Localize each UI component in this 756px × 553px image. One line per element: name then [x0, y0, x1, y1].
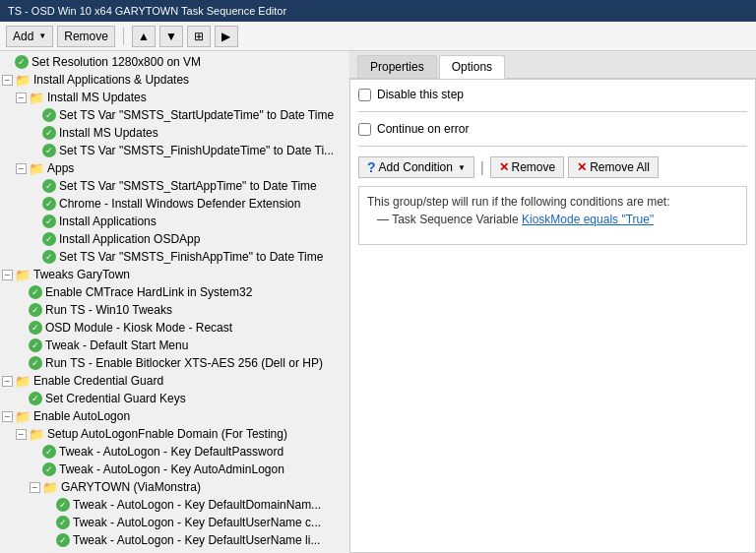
green-check-icon: ✓ — [42, 215, 56, 228]
tree-item[interactable]: ✓Set TS Var "SMSTS_FinishAppTime" to Dat… — [0, 248, 349, 266]
green-check-icon: ✓ — [42, 108, 56, 122]
tree-scroll-area[interactable]: ✓Set Resolution 1280x800 on VM−📁Install … — [0, 51, 349, 553]
tree-item[interactable]: ✓OSD Module - Kiosk Mode - Recast — [0, 319, 349, 337]
tree-item[interactable]: ✓Enable CMTrace HardLink in System32 — [0, 283, 349, 301]
toolbar: Add ▼ Remove ▲ ▼ ⊞ ▶ — [0, 22, 756, 51]
continue-error-label: Continue on error — [377, 122, 469, 136]
green-check-icon: ✓ — [42, 144, 56, 157]
continue-error-checkbox[interactable] — [358, 123, 371, 136]
expand-collapse-icon[interactable]: − — [2, 75, 13, 86]
tree-item-label: Tweak - AutoLogon - Key AutoAdminLogon — [59, 462, 284, 476]
green-check-icon: ✓ — [42, 250, 56, 264]
tree-item[interactable]: ✓Tweak - AutoLogon - Key AutoAdminLogon — [0, 461, 349, 478]
run-button[interactable]: ▶ — [215, 26, 238, 47]
tree-item[interactable]: −📁Setup AutoLogonFnable Domain (For Test… — [0, 425, 349, 443]
tree-item-label: Enable Credential Guard — [33, 374, 163, 388]
tree-item-label: Install Application OSDApp — [59, 232, 200, 246]
green-check-icon: ✓ — [56, 498, 70, 512]
continue-error-row: Continue on error — [358, 122, 747, 136]
green-check-icon: ✓ — [56, 533, 70, 547]
move-down-button[interactable]: ▼ — [159, 26, 183, 47]
tree-item[interactable]: ✓Set TS Var "SMSTS_StartUpdateTime" to D… — [0, 106, 349, 124]
tree-item-label: Set TS Var "SMSTS_StartAppTime" to Date … — [59, 179, 317, 193]
tree-item-label: Tweak - AutoLogon - Key DefaultPassword — [59, 445, 284, 459]
expand-collapse-icon[interactable]: − — [2, 376, 13, 387]
expand-collapse-icon[interactable]: − — [16, 429, 27, 440]
folder-icon: 📁 — [29, 91, 44, 105]
green-check-icon: ✓ — [42, 179, 56, 193]
remove-x-icon: ✕ — [499, 160, 509, 174]
folder-icon: 📁 — [15, 409, 31, 424]
condition-dash: — — [377, 213, 392, 226]
tree-item[interactable]: ✓Install Applications — [0, 213, 349, 230]
tree-item[interactable]: ✓Chrome - Install Windows Defender Exten… — [0, 195, 349, 213]
tree-item[interactable]: ✓Set Credential Guard Keys — [0, 390, 349, 407]
title-text: TS - OSD Win 10 x64 GARYTOWN Task Sequen… — [8, 5, 286, 17]
tree-item[interactable]: ✓Set TS Var "SMSTS_FinishUpdateTime" to … — [0, 142, 349, 159]
tree-item[interactable]: ✓Run TS - Enable Bitlocker XTS-AES 256 (… — [0, 354, 349, 372]
expand-collapse-icon[interactable]: − — [16, 92, 27, 103]
tree-item-label: Install MS Updates — [59, 126, 158, 140]
remove-condition-button[interactable]: ✕ Remove — [490, 156, 565, 178]
add-condition-dropdown-icon: ▼ — [458, 163, 466, 172]
disable-step-row: Disable this step — [358, 88, 747, 101]
remove-button[interactable]: Remove — [57, 26, 115, 47]
green-check-icon: ✓ — [42, 232, 56, 246]
add-label: Add — [13, 30, 33, 43]
divider-1 — [358, 111, 747, 112]
tree-item-label: Enable CMTrace HardLink in System32 — [45, 285, 252, 299]
tree-item[interactable]: ✓Run TS - Win10 Tweaks — [0, 301, 349, 319]
disable-step-label: Disable this step — [377, 88, 464, 101]
condition-link[interactable]: KioskMode equals "True" — [522, 213, 654, 226]
green-check-icon: ✓ — [42, 445, 56, 459]
tree-item-label: Install MS Updates — [47, 91, 147, 104]
tree-item-label: Set TS Var "SMSTS_StartUpdateTime" to Da… — [59, 108, 334, 122]
tree-item-label: Tweak - AutoLogon - Key DefaultDomainNam… — [73, 498, 321, 512]
tree-item[interactable]: ✓Tweak - AutoLogon - Key DefaultUserName… — [0, 514, 349, 531]
divider-2 — [358, 146, 747, 147]
expand-collapse-icon[interactable]: − — [2, 270, 13, 280]
move-up-button[interactable]: ▲ — [132, 26, 156, 47]
tree-item-label: Set TS Var "SMSTS_FinishAppTime" to Date… — [59, 250, 323, 264]
tree-item-label: Install Applications — [59, 215, 157, 228]
disable-step-checkbox[interactable] — [358, 89, 371, 101]
add-condition-button[interactable]: ? Add Condition ▼ — [358, 156, 474, 178]
tree-item-label: Tweak - Default Start Menu — [45, 338, 188, 352]
options-tab-content: Disable this step Continue on error ? Ad… — [349, 79, 756, 553]
tree-item[interactable]: ✓Tweak - Default Start Menu — [0, 337, 349, 354]
tree-item-label: Run TS - Enable Bitlocker XTS-AES 256 (D… — [45, 356, 323, 370]
tree-item[interactable]: −📁RecastVille Domain — [0, 549, 349, 553]
properties-button[interactable]: ⊞ — [187, 26, 211, 47]
remove-all-button[interactable]: ✕ Remove All — [568, 156, 659, 178]
tree-item[interactable]: ✓Set TS Var "SMSTS_StartAppTime" to Date… — [0, 177, 349, 195]
expand-collapse-icon[interactable]: − — [16, 163, 27, 174]
tree-item[interactable]: −📁GARYTOWN (ViaMonstra) — [0, 478, 349, 496]
expand-collapse-icon[interactable]: − — [30, 482, 40, 493]
folder-icon: 📁 — [15, 268, 31, 282]
expand-collapse-icon[interactable]: − — [2, 411, 13, 422]
tree-item[interactable]: −📁Install Applications & Updates — [0, 71, 349, 89]
add-button[interactable]: Add ▼ — [6, 26, 53, 47]
tree-item[interactable]: −📁Tweaks GaryTown — [0, 266, 349, 283]
tree-item-label: Chrome - Install Windows Defender Extens… — [59, 197, 300, 211]
tree-item[interactable]: ✓Tweak - AutoLogon - Key DefaultDomainNa… — [0, 496, 349, 514]
tree-item-label: Setup AutoLogonFnable Domain (For Testin… — [47, 427, 287, 441]
tree-item-label: Set Resolution 1280x800 on VM — [32, 55, 201, 69]
tree-item[interactable]: −📁Install MS Updates — [0, 89, 349, 106]
tree-item[interactable]: −📁Enable AutoLogon — [0, 407, 349, 425]
tree-item[interactable]: ✓Tweak - AutoLogon - Key DefaultUserName… — [0, 531, 349, 549]
condition-toolbar: ? Add Condition ▼ | ✕ Remove ✕ Remove Al… — [358, 156, 747, 178]
tree-item[interactable]: −📁Apps — [0, 159, 349, 177]
tree-item[interactable]: ✓Install Application OSDApp — [0, 230, 349, 248]
condition-description: This group/step will run if the followin… — [367, 195, 738, 209]
tree-item-label: Tweak - AutoLogon - Key DefaultUserName … — [73, 516, 321, 529]
tree-item[interactable]: ✓Tweak - AutoLogon - Key DefaultPassword — [0, 443, 349, 461]
folder-icon: 📁 — [29, 161, 44, 176]
tree-item[interactable]: ✓Install MS Updates — [0, 124, 349, 142]
tree-item[interactable]: ✓Set Resolution 1280x800 on VM — [0, 53, 349, 71]
tab-properties[interactable]: Properties — [357, 55, 437, 78]
main-container: ✓Set Resolution 1280x800 on VM−📁Install … — [0, 51, 756, 553]
tree-item[interactable]: −📁Enable Credential Guard — [0, 372, 349, 390]
tree-item-label: OSD Module - Kiosk Mode - Recast — [45, 321, 232, 335]
tab-options[interactable]: Options — [439, 55, 505, 79]
